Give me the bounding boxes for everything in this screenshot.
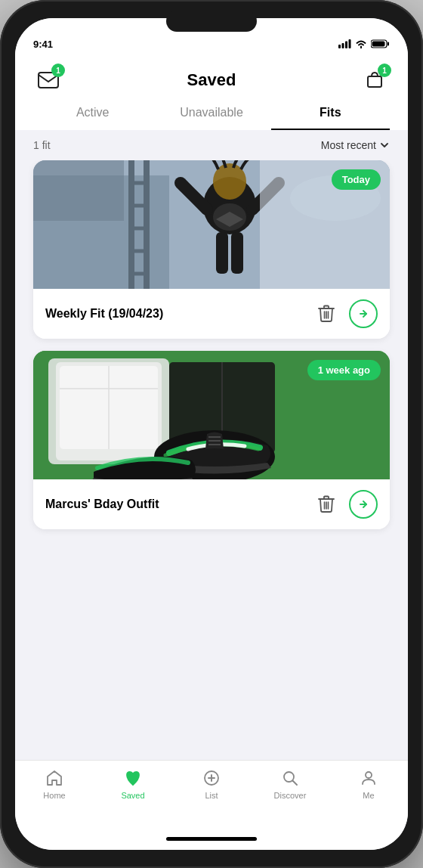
bottom-navigation: Home Saved List — [15, 760, 408, 832]
home-indicator — [166, 837, 257, 841]
nav-me-label: Me — [363, 791, 374, 800]
chevron-down-icon — [379, 140, 390, 150]
nav-list[interactable]: List — [172, 768, 251, 800]
fit-card-1-actions — [313, 299, 378, 328]
fit-card-2-image: 1 week ago — [33, 351, 390, 479]
search-icon — [280, 768, 300, 788]
user-icon — [359, 768, 378, 788]
svg-rect-8 — [368, 76, 381, 87]
notch — [166, 11, 257, 32]
status-icons — [338, 39, 390, 48]
fits-list: Today Weekly Fit (19/04/23) — [15, 160, 408, 760]
svg-rect-23 — [231, 232, 243, 274]
nav-me[interactable]: Me — [329, 768, 408, 800]
sort-dropdown[interactable]: Most recent — [321, 139, 390, 151]
nav-discover-label: Discover — [274, 791, 307, 800]
arrow-right-icon-2 — [357, 498, 369, 510]
svg-line-45 — [293, 781, 298, 786]
trash-icon — [318, 305, 335, 323]
fit-card-1-delete-button[interactable] — [313, 300, 340, 327]
wifi-icon — [355, 39, 367, 48]
tabs-container: Active Unavailable Fits — [15, 95, 408, 130]
phone-frame: 9:41 — [0, 0, 423, 868]
svg-rect-0 — [338, 45, 341, 48]
phone-screen: 9:41 — [15, 18, 408, 850]
cart-button[interactable]: 1 — [360, 65, 390, 95]
svg-rect-2 — [345, 42, 347, 49]
fit-card-2-view-button[interactable] — [349, 490, 378, 519]
filter-bar: 1 fit Most recent — [15, 130, 408, 160]
fit-card-1-time-badge: Today — [332, 169, 381, 190]
tab-unavailable[interactable]: Unavailable — [152, 106, 270, 130]
svg-point-46 — [366, 772, 372, 778]
nav-saved-label: Saved — [121, 791, 144, 800]
fit-card-1-image: Today — [33, 160, 390, 289]
mail-badge: 1 — [51, 64, 65, 77]
fit-card-2-name: Marcus' Bday Outfit — [45, 498, 159, 511]
sort-label: Most recent — [321, 139, 376, 151]
status-time: 9:41 — [33, 39, 53, 50]
fit-card-1-view-button[interactable] — [349, 299, 378, 328]
plus-circle-icon — [202, 768, 221, 788]
trash-icon-2 — [318, 495, 335, 513]
svg-rect-3 — [349, 39, 351, 48]
fit-card-1-name: Weekly Fit (19/04/23) — [45, 307, 163, 321]
arrow-right-icon — [357, 308, 369, 320]
svg-rect-6 — [372, 42, 385, 47]
fit-card-2-delete-button[interactable] — [313, 491, 340, 518]
header: 1 Saved 1 — [15, 59, 408, 95]
fit-card-2-time-badge: 1 week ago — [307, 360, 381, 380]
battery-icon — [371, 39, 390, 48]
fit-card-2-footer: Marcus' Bday Outfit — [33, 479, 390, 529]
mail-button[interactable]: 1 — [33, 65, 63, 95]
nav-home[interactable]: Home — [15, 768, 94, 800]
fit-card-1: Today Weekly Fit (19/04/23) — [33, 160, 390, 339]
tab-fits[interactable]: Fits — [271, 106, 390, 130]
fit-count: 1 fit — [33, 139, 51, 151]
heart-icon — [123, 768, 143, 788]
nav-saved[interactable]: Saved — [94, 768, 172, 800]
svg-rect-22 — [216, 232, 228, 274]
nav-list-label: List — [205, 791, 218, 800]
home-icon — [45, 768, 64, 788]
nav-home-label: Home — [43, 791, 65, 800]
svg-rect-5 — [387, 42, 389, 46]
fit-card-2-actions — [313, 490, 378, 519]
nav-discover[interactable]: Discover — [251, 768, 329, 800]
svg-rect-1 — [342, 43, 344, 48]
tab-active[interactable]: Active — [33, 106, 152, 130]
page-title: Saved — [187, 70, 236, 90]
cart-badge: 1 — [378, 64, 391, 77]
fit-card-1-footer: Weekly Fit (19/04/23) — [33, 289, 390, 339]
svg-rect-11 — [33, 160, 124, 221]
signal-icon — [338, 39, 351, 48]
fit-card-2: 1 week ago Marcus' Bday Outfit — [33, 351, 390, 529]
